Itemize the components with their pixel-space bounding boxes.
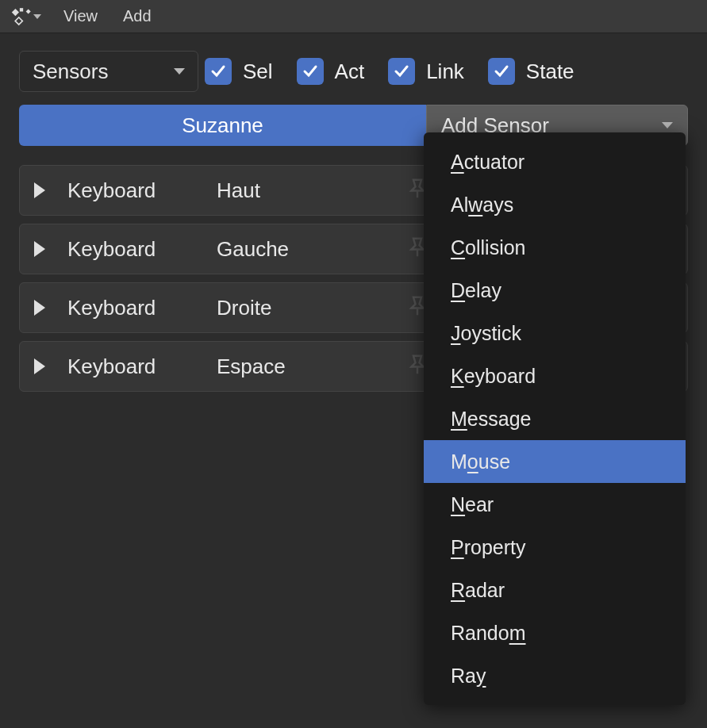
menu-item-near[interactable]: Near [424, 483, 686, 526]
svg-rect-1 [20, 8, 23, 11]
checkbox-state[interactable] [488, 58, 515, 85]
menu-item-mouse[interactable]: Mouse [424, 440, 686, 483]
menu-item-radar[interactable]: Radar [424, 569, 686, 611]
sensor-type-label: Keyboard [67, 178, 194, 203]
check-icon [494, 63, 509, 79]
expand-icon[interactable] [34, 241, 45, 257]
add-sensor-menu: ActuatorAlwaysCollisionDelayJoystickKeyb… [424, 132, 686, 705]
checkbox-link-label: Link [426, 59, 464, 84]
svg-rect-0 [12, 8, 19, 15]
logic-editor-icon [11, 6, 32, 27]
category-dropdown[interactable]: Sensors [19, 51, 198, 92]
menubar: View Add [0, 0, 707, 33]
menu-item-joystick[interactable]: Joystick [424, 312, 686, 354]
expand-icon[interactable] [34, 358, 45, 374]
checkbox-sel-label: Sel [243, 59, 273, 84]
chevron-down-icon [662, 122, 673, 128]
checkbox-state-label: State [526, 59, 574, 84]
menu-item-property[interactable]: Property [424, 526, 686, 569]
expand-icon[interactable] [34, 300, 45, 316]
check-icon [394, 63, 409, 79]
sensor-type-label: Keyboard [67, 296, 194, 320]
chevron-down-icon [174, 68, 185, 75]
menu-item-random[interactable]: Random [424, 611, 686, 654]
svg-rect-2 [26, 9, 31, 13]
menu-item-ray[interactable]: Ray [424, 654, 686, 697]
checkbox-link[interactable] [388, 58, 415, 85]
sensor-type-label: Keyboard [67, 237, 194, 262]
menu-add[interactable]: Add [115, 4, 159, 29]
expand-icon[interactable] [34, 182, 45, 198]
editor-type-dropdown[interactable] [6, 3, 46, 30]
menu-view[interactable]: View [56, 4, 106, 29]
sensor-type-label: Keyboard [67, 354, 194, 379]
check-icon [302, 63, 318, 79]
menu-item-keyboard[interactable]: Keyboard [424, 354, 686, 397]
menu-item-actuator[interactable]: Actuator [424, 140, 686, 183]
check-icon [210, 63, 226, 79]
menu-item-collision[interactable]: Collision [424, 226, 686, 269]
menu-item-delay[interactable]: Delay [424, 269, 686, 312]
toolbar-row: Sensors Sel Act Link State [19, 51, 688, 92]
object-name-header[interactable]: Suzanne [19, 105, 426, 146]
menu-item-message[interactable]: Message [424, 397, 686, 440]
checkbox-sel[interactable] [205, 58, 232, 85]
checkbox-act[interactable] [297, 58, 324, 85]
category-label: Sensors [33, 59, 108, 84]
chevron-down-icon [33, 14, 41, 19]
svg-rect-3 [15, 17, 22, 24]
checkbox-act-label: Act [335, 59, 365, 84]
menu-item-always[interactable]: Always [424, 183, 686, 226]
